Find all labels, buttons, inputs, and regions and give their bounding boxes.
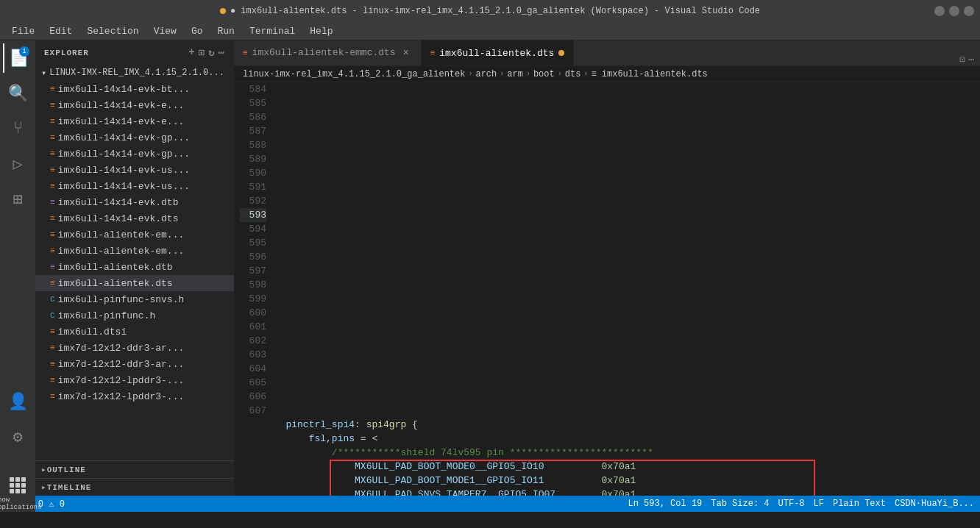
code-line-588: MX6ULL_PAD_BOOT_MODE1__GPIO5_IO11 0x70a1 [240, 474, 980, 488]
close-button[interactable] [964, 6, 974, 16]
list-item[interactable]: ≡ imx6ull-alientek.dtb [35, 259, 234, 275]
list-item[interactable]: ≡ imx6ull-14x14-evk-gp... [35, 146, 234, 162]
timeline-label: TIMELINE [47, 483, 92, 492]
menu-terminal[interactable]: Terminal [244, 24, 301, 38]
notification-badge: 1 [19, 46, 29, 57]
chevron-right-icon: ▸ [41, 465, 47, 474]
list-item[interactable]: ≡ imx6ull-14x14-evk-bt... [35, 81, 234, 97]
status-left: ⑂ 0 ⊗ 0 ⚠ 0 [6, 499, 619, 510]
settings-icon: ⚙ [13, 427, 22, 447]
source-control-icon: ⑂ [13, 120, 23, 138]
show-applications-button[interactable]: Show Applications [0, 477, 35, 512]
menu-go[interactable]: Go [185, 24, 209, 38]
list-item[interactable]: ≡ imx6ull-14x14-evk-e... [35, 113, 234, 129]
activity-run[interactable]: ▷ [3, 149, 32, 179]
cursor-position[interactable]: Ln 593, Col 19 [628, 499, 702, 509]
breadcrumb-separator: › [583, 70, 588, 78]
menu-view[interactable]: View [148, 24, 182, 38]
refresh-icon[interactable]: ↻ [208, 46, 215, 59]
breadcrumb-part[interactable]: linux-imx-rel_imx_4.1.15_2.1.0_ga_alient… [243, 69, 465, 79]
chevron-right-icon: ▸ [41, 482, 47, 492]
breadcrumb: linux-imx-rel_imx_4.1.15_2.1.0_ga_alient… [234, 66, 980, 82]
c-file-icon: C [50, 295, 55, 304]
language-mode[interactable]: Plain Text [833, 499, 886, 509]
collapse-icon[interactable]: ⋯ [219, 46, 225, 59]
editor-wrapper[interactable]: 584 585 586 587 588 589 590 591 592 593 … [234, 82, 980, 496]
dts-file-icon: ≡ [50, 376, 55, 385]
title-bar: ● imx6ull-alientek.dts - linux-imx-rel_i… [0, 0, 980, 22]
modified-indicator [220, 8, 226, 14]
list-item[interactable]: ≡ imx6ull.dtsi [35, 324, 234, 340]
file-name: imx6ull-pinfunc.h [58, 310, 156, 321]
list-item[interactable]: ≡ imx6ull-14x14-evk.dtb [35, 194, 234, 210]
tab-emmc[interactable]: ≡ imx6ull-alientek-emmc.dts × [234, 40, 422, 65]
activity-settings[interactable]: ⚙ [3, 422, 32, 452]
encoding[interactable]: UTF-8 [778, 499, 805, 509]
run-icon: ▷ [13, 154, 22, 174]
outline-section[interactable]: ▸ OUTLINE [35, 460, 234, 478]
list-item[interactable]: ≡ imx6ull-14x14-evk-us... [35, 162, 234, 178]
breadcrumb-part[interactable]: dts [565, 69, 581, 79]
list-item[interactable]: ≡ imx6ull-14x14-evk-e... [35, 97, 234, 113]
list-item[interactable]: ≡ imx6ull-alientek-em... [35, 243, 234, 259]
file-name: imx6ull-alientek-em... [58, 229, 185, 240]
tab-alientek[interactable]: ≡ imx6ull-alientek.dts [422, 40, 575, 65]
tab-actions: ⊡ ⋯ [954, 54, 980, 65]
new-file-icon[interactable]: + [188, 46, 195, 59]
active-file-item[interactable]: ≡ imx6ull-alientek.dts [35, 275, 234, 291]
tab-bar: ≡ imx6ull-alientek-emmc.dts × ≡ imx6ull-… [234, 40, 980, 66]
more-actions-icon[interactable]: ⋯ [968, 54, 974, 65]
menu-edit[interactable]: Edit [43, 24, 78, 38]
line-ending[interactable]: LF [814, 499, 824, 509]
activity-account[interactable]: 👤 [3, 387, 32, 416]
code-content[interactable]: pinctrl_spi4: spi4grp { fsl,pins = < /**… [234, 418, 980, 496]
maximize-button[interactable] [949, 6, 959, 16]
tab-size[interactable]: Tab Size: 4 [711, 499, 769, 509]
menu-help[interactable]: Help [304, 24, 338, 38]
list-item[interactable]: C imx6ull-pinfunc-snvs.h [35, 291, 234, 307]
title-text: ● imx6ull-alientek.dts - linux-imx-rel_i… [220, 6, 760, 16]
file-name: imx6ull.dtsi [58, 327, 127, 338]
breadcrumb-part[interactable]: arm [507, 69, 523, 79]
split-editor-icon[interactable]: ⊡ [959, 54, 965, 65]
list-item[interactable]: ≡ imx7d-12x12-lpddr3-... [35, 388, 234, 404]
list-item[interactable]: ≡ imx6ull-14x14-evk.dts [35, 210, 234, 226]
file-name: imx6ull-pinfunc-snvs.h [58, 294, 185, 305]
timeline-section[interactable]: ▸ TIMELINE [35, 478, 234, 496]
tab-label: imx6ull-alientek.dts [439, 48, 554, 59]
activity-source-control[interactable]: ⑂ [3, 114, 32, 143]
activity-explorer[interactable]: 📄 1 [3, 43, 32, 73]
list-item[interactable]: ≡ imx7d-12x12-lpddr3-... [35, 372, 234, 388]
status-bar: ⑂ 0 ⊗ 0 ⚠ 0 Ln 593, Col 19 Tab Size: 4 U… [0, 496, 980, 512]
breadcrumb-part[interactable]: boot [533, 69, 555, 79]
list-item[interactable]: ≡ imx6ull-alientek-em... [35, 226, 234, 243]
menu-file[interactable]: File [6, 24, 40, 38]
feedback[interactable]: CSDN·HuaYi_B... [895, 499, 974, 509]
activity-search[interactable]: 🔍 [3, 79, 32, 108]
list-item[interactable]: ≡ imx7d-12x12-ddr3-ar... [35, 356, 234, 372]
list-item[interactable]: ≡ imx6ull-14x14-evk-gp... [35, 129, 234, 146]
main-layout: 📄 1 🔍 ⑂ ▷ ⊞ 👤 ⚙ EXPLORER + [0, 40, 980, 496]
tab-close-button[interactable]: × [400, 47, 412, 59]
file-name: imx6ull-14x14-evk-gp... [58, 149, 190, 160]
list-item[interactable]: ≡ imx6ull-14x14-evk-us... [35, 178, 234, 194]
dtb-file-icon: ≡ [50, 263, 55, 271]
activity-extensions[interactable]: ⊞ [3, 185, 32, 214]
list-item[interactable]: C imx6ull-pinfunc.h [35, 307, 234, 324]
breadcrumb-part[interactable]: arch [475, 69, 497, 79]
dts-file-icon: ≡ [50, 279, 55, 288]
menu-selection[interactable]: Selection [81, 24, 144, 38]
minimize-button[interactable] [934, 6, 945, 16]
root-folder[interactable]: ▾ LINUX-IMX-REL_IMX_4.1.15_2.1.0... [35, 65, 234, 81]
sidebar-header: EXPLORER + ⊡ ↻ ⋯ [35, 40, 234, 65]
dts-file-icon: ≡ [50, 182, 55, 190]
breadcrumb-separator: › [468, 70, 472, 78]
code-line-589: MX6ULL_PAD_SNVS_TAMPER7__GPIO5_IO07 0x70… [240, 488, 980, 496]
menu-run[interactable]: Run [211, 24, 240, 38]
list-item[interactable]: ≡ imx7d-12x12-ddr3-ar... [35, 340, 234, 356]
chevron-down-icon: ▾ [41, 68, 46, 79]
file-name: imx6ull-14x14-evk.dts [58, 213, 179, 224]
breadcrumb-part[interactable]: ≡ imx6ull-alientek.dts [591, 69, 707, 79]
activity-bar-bottom: 👤 ⚙ [3, 387, 32, 452]
new-folder-icon[interactable]: ⊡ [199, 46, 205, 59]
